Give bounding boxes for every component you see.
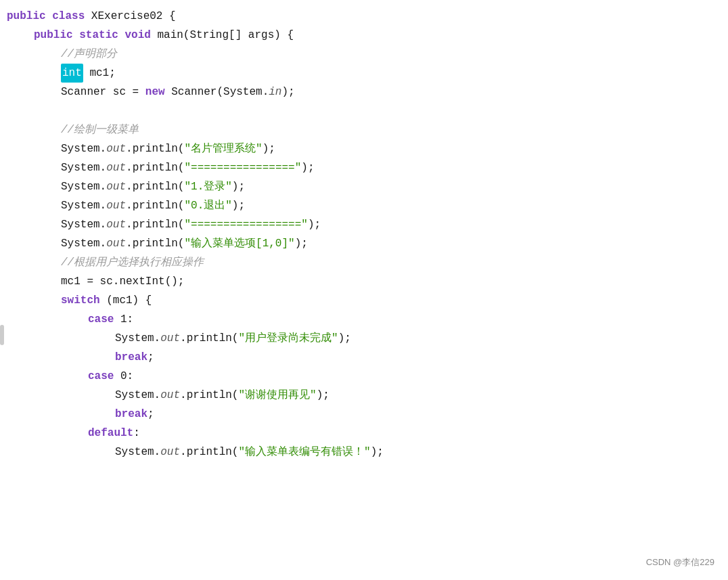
watermark: CSDN @李信229: [646, 556, 714, 570]
string-6: "输入菜单选项[1,0]": [184, 234, 294, 253]
keyword-class: class: [52, 7, 85, 26]
code-line-4: int mc1;: [7, 64, 714, 83]
keyword-new: new: [145, 83, 165, 102]
string-8: "谢谢使用再见": [238, 386, 316, 405]
field-out-2: out: [106, 158, 126, 177]
field-out-9: out: [160, 443, 180, 462]
code-line-16: switch (mc1) {: [7, 291, 714, 310]
code-line-23: default :: [7, 424, 714, 443]
string-9: "输入菜单表编号有错误！": [238, 443, 370, 462]
comment-declaration: //声明部分: [61, 45, 117, 64]
keyword-public2: public: [34, 26, 73, 45]
string-4: "0.退出": [184, 196, 231, 215]
code-line-3: //声明部分: [7, 45, 714, 64]
keyword-switch: switch: [61, 291, 100, 310]
code-line-15: mc1 = sc.nextInt();: [7, 272, 714, 291]
comment-execute: //根据用户选择执行相应操作: [61, 253, 204, 272]
field-out-8: out: [160, 386, 180, 405]
code-line-9: System. out .println( "================"…: [7, 158, 714, 177]
code-line-18: System. out .println( "用户登录尚未完成" );: [7, 329, 714, 348]
field-out-3: out: [106, 177, 126, 196]
field-out-5: out: [106, 215, 126, 234]
code-editor: public class XExercise02 { public static…: [0, 0, 728, 580]
code-line-1: public class XExercise02 {: [7, 7, 714, 26]
code-line-5: Scanner sc = new Scanner(System. in );: [7, 83, 714, 102]
code-line-12: System. out .println( "=================…: [7, 215, 714, 234]
scroll-indicator[interactable]: [0, 325, 4, 345]
field-out-1: out: [106, 139, 126, 158]
keyword-public: public: [7, 7, 46, 26]
code-line-7: //绘制一级菜单: [7, 120, 714, 139]
code-line-11: System. out .println( "0.退出" );: [7, 196, 714, 215]
code-line-20: case 0:: [7, 367, 714, 386]
keyword-break1: break: [115, 348, 147, 367]
string-5: "=================": [184, 215, 307, 234]
keyword-default: default: [88, 424, 133, 443]
keyword-break2: break: [115, 405, 147, 424]
field-out-7: out: [160, 329, 180, 348]
code-line-21: System. out .println( "谢谢使用再见" );: [7, 386, 714, 405]
code-line-8: System. out .println( "名片管理系统" );: [7, 139, 714, 158]
code-line-17: case 1:: [7, 310, 714, 329]
field-out-4: out: [106, 196, 126, 215]
code-line-6: [7, 102, 714, 120]
code-line-14: //根据用户选择执行相应操作: [7, 253, 714, 272]
comment-draw-menu: //绘制一级菜单: [61, 120, 139, 139]
field-out-6: out: [106, 234, 126, 253]
code-line-24: System. out .println( "输入菜单表编号有错误！" );: [7, 443, 714, 462]
code-line-19: break ;: [7, 348, 714, 367]
keyword-void: void: [124, 26, 150, 45]
keyword-case1: case: [88, 310, 114, 329]
code-line-22: break ;: [7, 405, 714, 424]
code-line-10: System. out .println( "1.登录" );: [7, 177, 714, 196]
keyword-case0: case: [88, 367, 114, 386]
string-2: "================": [184, 158, 301, 177]
string-3: "1.登录": [184, 177, 231, 196]
keyword-static: static: [79, 26, 118, 45]
keyword-int-highlighted: int: [61, 64, 83, 83]
code-line-2: public static void main(String[] args) {: [7, 26, 714, 45]
field-in: in: [269, 83, 281, 102]
string-1: "名片管理系统": [184, 139, 262, 158]
code-line-13: System. out .println( "输入菜单选项[1,0]" );: [7, 234, 714, 253]
string-7: "用户登录尚未完成": [238, 329, 338, 348]
